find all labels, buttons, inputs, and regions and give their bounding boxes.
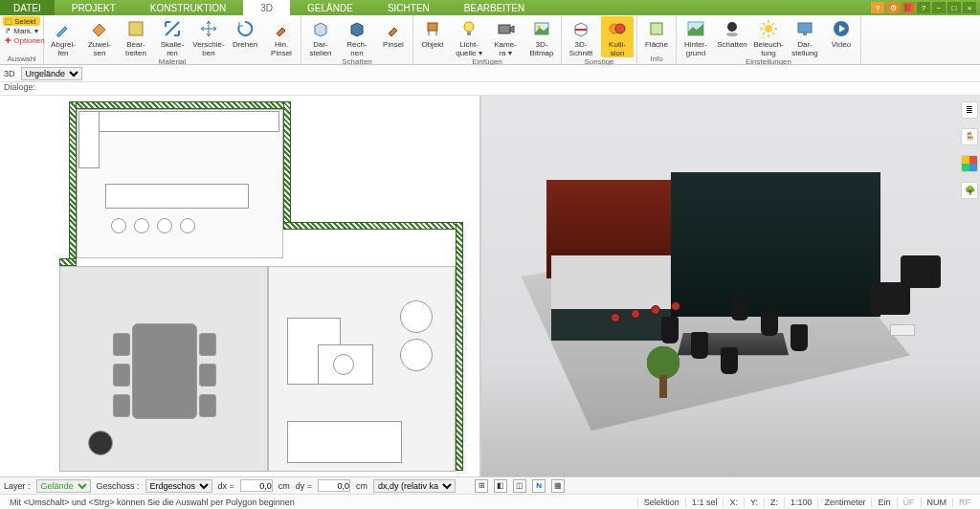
menu-tab-datei[interactable]: DATEI <box>0 0 55 15</box>
window-controls: ? ⚙ 📕 ? − □ × <box>871 2 980 13</box>
lichtquelle-button[interactable]: Licht- quelle ▾ <box>453 16 485 57</box>
status-z: Z: <box>764 498 784 507</box>
colors-icon[interactable] <box>961 155 978 172</box>
schatten-button[interactable]: Schatten <box>716 16 748 49</box>
status-hint: Mit <Umschalt> und <Strg> können Sie die… <box>4 498 637 507</box>
darstellung-button[interactable]: Dar- stellung <box>789 16 821 57</box>
cube-light-icon <box>310 18 331 39</box>
svg-rect-15 <box>803 33 807 35</box>
optionen-button[interactable]: ✚ Optionen <box>3 35 40 45</box>
furniture-icon[interactable]: 🪑 <box>961 128 978 145</box>
svg-rect-3 <box>467 32 471 35</box>
menu-bar: DATEI PROJEKT KONSTRUKTION 3D GELÄNDE SI… <box>0 0 980 15</box>
menu-tab-gelaende[interactable]: GELÄNDE <box>290 0 370 15</box>
layer-label: Layer : <box>4 481 31 491</box>
status-scale-sel: 1:1 sel <box>685 498 724 507</box>
tool-grid-icon[interactable]: ▦ <box>551 479 565 493</box>
ribbon-group-title: Auswahl <box>3 55 40 64</box>
minimize-icon[interactable]: − <box>932 2 946 13</box>
dialogs-row: Dialoge: <box>0 82 980 96</box>
layer-dropdown[interactable]: Gelände <box>36 479 91 493</box>
menu-tab-3d[interactable]: 3D <box>243 0 290 15</box>
video-button[interactable]: Video <box>825 16 858 49</box>
selekt-button[interactable]: ⬚ Selekt <box>3 16 40 26</box>
dy-input[interactable] <box>318 479 350 492</box>
image-icon <box>531 18 552 39</box>
coord-mode-dropdown[interactable]: dx,dy (relativ ka <box>373 479 456 493</box>
svg-rect-4 <box>499 25 510 33</box>
workspace: ≣ 🪑 🌳 <box>0 96 980 476</box>
ribbon-group-einstellungen: Hinter- grund Schatten Beleuch- tung Dar… <box>677 15 861 64</box>
status-rf: RF <box>952 498 976 507</box>
help-icon[interactable]: ? <box>871 2 884 13</box>
tool-a-icon[interactable]: ⊞ <box>475 479 488 493</box>
viewport-tools: ≣ 🪑 🌳 <box>961 101 978 199</box>
tool-b-icon[interactable]: ◧ <box>494 479 507 493</box>
schnitt3d-button[interactable]: 3D- Schnitt <box>565 16 597 57</box>
svg-rect-0 <box>129 22 143 35</box>
bottom-bar: Layer : Gelände Geschoss : Erdgeschos dx… <box>0 476 980 494</box>
chair-icon <box>422 18 443 39</box>
menu-tab-bearbeiten[interactable]: BEARBEITEN <box>447 0 542 15</box>
verschieben-button[interactable]: Verschie- ben <box>192 16 225 57</box>
viewport-3d[interactable]: ≣ 🪑 🌳 <box>481 96 980 476</box>
svg-point-8 <box>615 24 625 33</box>
drehen-button[interactable]: Drehen <box>229 16 261 49</box>
kollision-button[interactable]: Kolli- sion <box>601 16 634 57</box>
ribbon-group-material: Abgrei- fen Zuwei- sen Bear- beiten Skal… <box>44 15 301 64</box>
brush-back-icon <box>271 18 292 39</box>
help2-icon[interactable]: ? <box>917 2 930 13</box>
layers-icon[interactable]: ≣ <box>961 101 978 119</box>
settings-icon[interactable]: ⚙ <box>886 2 900 13</box>
tree-icon[interactable]: 🌳 <box>961 182 978 199</box>
hintergrund-button[interactable]: Hinter- grund <box>679 16 712 57</box>
kamera-button[interactable]: Kame- ra ▾ <box>489 16 522 57</box>
menu-tab-sichten[interactable]: SICHTEN <box>370 0 447 15</box>
dy-label: dy = <box>296 481 312 491</box>
bearbeiten-button[interactable]: Bear- beiten <box>120 16 152 57</box>
layer-select[interactable]: Urgelände <box>21 67 82 80</box>
ribbon-group-info: Fläche Info <box>637 15 677 64</box>
status-num: NUM <box>921 498 953 507</box>
ribbon-group-sonstige: 3D- Schnitt Kolli- sion Sonstige <box>562 15 637 64</box>
shadow-icon <box>722 18 743 39</box>
darstellen-button[interactable]: Dar- stellen <box>304 16 337 57</box>
hinpinsel-button[interactable]: Hin. Pinsel <box>265 16 298 57</box>
dropper-icon <box>53 18 74 39</box>
ribbon-group-einfuegen: Objekt Licht- quelle ▾ Kame- ra ▾ 3D- Bi… <box>413 15 562 64</box>
bitmap3d-button[interactable]: 3D- Bitmap <box>525 16 558 57</box>
menu-tab-konstruktion[interactable]: KONSTRUKTION <box>133 0 243 15</box>
objekt-button[interactable]: Objekt <box>416 16 449 49</box>
bucket-icon <box>89 18 110 39</box>
close-icon[interactable]: × <box>963 2 976 13</box>
context-row: 3D Urgelände <box>0 65 980 82</box>
abgreifen-button[interactable]: Abgrei- fen <box>47 16 79 57</box>
tool-n-icon[interactable]: N <box>532 479 546 493</box>
area-icon <box>646 18 667 39</box>
menu-tab-projekt[interactable]: PROJEKT <box>55 0 133 15</box>
dx-input[interactable] <box>240 479 273 492</box>
book-icon[interactable]: 📕 <box>902 2 915 13</box>
viewport-2d[interactable] <box>0 96 481 476</box>
zuweisen-button[interactable]: Zuwei- sen <box>83 16 116 57</box>
rechnen-button[interactable]: Rech- nen <box>341 16 373 57</box>
svg-rect-9 <box>651 23 662 34</box>
flaeche-button[interactable]: Fläche <box>640 16 673 49</box>
maximize-icon[interactable]: □ <box>947 2 961 13</box>
status-x: X: <box>723 498 744 507</box>
beleuchtung-button[interactable]: Beleuch- tung <box>752 16 785 57</box>
svg-point-13 <box>765 25 772 33</box>
skalieren-button[interactable]: Skalie- ren <box>156 16 189 57</box>
mark-button[interactable]: ↱ Mark. ▾ <box>3 26 40 35</box>
tool-c-icon[interactable]: ◫ <box>513 479 526 493</box>
pinsel-button[interactable]: Pinsel <box>377 16 410 49</box>
svg-point-2 <box>464 22 474 32</box>
geschoss-dropdown[interactable]: Erdgeschos <box>145 479 212 493</box>
display-icon <box>794 18 815 39</box>
svg-rect-14 <box>798 23 812 33</box>
camera-icon <box>495 18 516 39</box>
brush-icon <box>383 18 404 39</box>
status-unit: Zentimeter <box>817 498 871 507</box>
status-ein: Ein <box>871 498 896 507</box>
edit-icon <box>125 18 146 39</box>
